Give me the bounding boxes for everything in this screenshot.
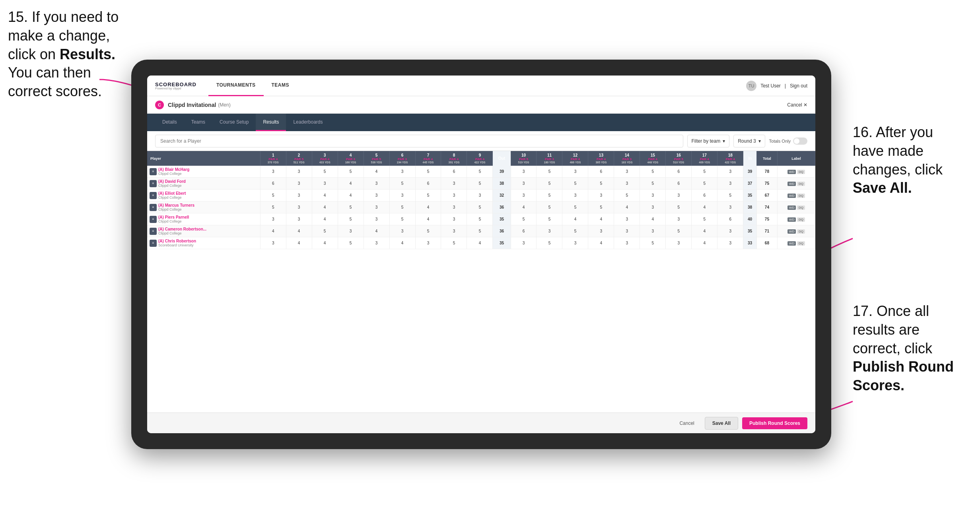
score-hole-13[interactable]: 4 (588, 213, 614, 225)
score-hole-17[interactable]: 4 (692, 202, 718, 213)
score-hole-6[interactable]: 3 (389, 225, 415, 237)
score-hole-15[interactable]: 5 (640, 237, 666, 249)
score-hole-16[interactable]: 6 (666, 166, 692, 178)
score-hole-4[interactable]: 4 (338, 190, 364, 202)
score-hole-15[interactable]: 3 (640, 190, 666, 202)
score-hole-16[interactable]: 3 (666, 190, 692, 202)
score-hole-7[interactable]: 4 (415, 202, 441, 213)
score-hole-3[interactable]: 4 (312, 237, 338, 249)
dq-label[interactable]: DQ (797, 205, 805, 210)
score-hole-15[interactable]: 3 (640, 202, 666, 213)
score-hole-1[interactable]: 5 (260, 190, 286, 202)
score-hole-18[interactable]: 3 (718, 237, 743, 249)
score-hole-2[interactable]: 3 (286, 190, 312, 202)
score-hole-4[interactable]: 5 (338, 202, 364, 213)
score-hole-4[interactable]: 5 (338, 237, 364, 249)
score-hole-10[interactable]: 3 (511, 166, 537, 178)
score-hole-11[interactable]: 5 (537, 237, 562, 249)
score-hole-16[interactable]: 3 (666, 213, 692, 225)
dq-label[interactable]: DQ (797, 241, 805, 246)
score-hole-3[interactable]: 5 (312, 225, 338, 237)
score-hole-1[interactable]: 4 (260, 225, 286, 237)
score-hole-13[interactable]: 5 (588, 202, 614, 213)
score-hole-12[interactable]: 4 (562, 213, 588, 225)
score-hole-8[interactable]: 3 (441, 202, 467, 213)
cancel-button[interactable]: Cancel (673, 417, 700, 429)
score-hole-10[interactable]: 6 (511, 225, 537, 237)
score-hole-14[interactable]: 3 (614, 213, 640, 225)
score-hole-6[interactable]: 5 (389, 178, 415, 190)
score-hole-4[interactable]: 5 (338, 166, 364, 178)
score-hole-11[interactable]: 5 (537, 213, 562, 225)
score-hole-17[interactable]: 6 (692, 190, 718, 202)
score-hole-11[interactable]: 5 (537, 202, 562, 213)
score-hole-5[interactable]: 4 (364, 166, 389, 178)
score-hole-10[interactable]: 3 (511, 178, 537, 190)
score-hole-6[interactable]: 5 (389, 202, 415, 213)
score-hole-5[interactable]: 3 (364, 237, 389, 249)
dq-label[interactable]: DQ (797, 170, 805, 174)
score-hole-4[interactable]: 3 (338, 225, 364, 237)
wd-label[interactable]: WD (788, 182, 796, 186)
score-hole-12[interactable]: 5 (562, 178, 588, 190)
wd-label[interactable]: WD (788, 205, 796, 210)
publish-button[interactable]: Publish Round Scores (742, 417, 807, 429)
score-hole-12[interactable]: 3 (562, 190, 588, 202)
wd-label[interactable]: WD (788, 229, 796, 234)
score-hole-8[interactable]: 3 (441, 213, 467, 225)
score-hole-9[interactable]: 5 (467, 202, 493, 213)
dq-label[interactable]: DQ (797, 229, 805, 234)
score-hole-1[interactable]: 6 (260, 178, 286, 190)
score-hole-18[interactable]: 6 (718, 213, 743, 225)
score-hole-15[interactable]: 5 (640, 166, 666, 178)
search-input[interactable] (155, 135, 683, 147)
sort-handle[interactable]: ≡ (150, 216, 157, 223)
score-hole-7[interactable]: 5 (415, 166, 441, 178)
score-hole-13[interactable]: 5 (588, 178, 614, 190)
score-hole-4[interactable]: 5 (338, 213, 364, 225)
score-hole-3[interactable]: 4 (312, 190, 338, 202)
score-hole-9[interactable]: 5 (467, 166, 493, 178)
score-hole-1[interactable]: 3 (260, 213, 286, 225)
score-hole-11[interactable]: 5 (537, 190, 562, 202)
sort-handle[interactable]: ≡ (150, 228, 157, 235)
score-hole-1[interactable]: 5 (260, 202, 286, 213)
score-hole-4[interactable]: 4 (338, 178, 364, 190)
score-hole-12[interactable]: 3 (562, 166, 588, 178)
score-hole-18[interactable]: 5 (718, 190, 743, 202)
score-hole-5[interactable]: 3 (364, 202, 389, 213)
score-hole-9[interactable]: 3 (467, 190, 493, 202)
score-hole-8[interactable]: 3 (441, 178, 467, 190)
score-hole-13[interactable]: 4 (588, 237, 614, 249)
score-hole-12[interactable]: 5 (562, 225, 588, 237)
score-hole-1[interactable]: 3 (260, 166, 286, 178)
score-hole-12[interactable]: 3 (562, 237, 588, 249)
score-hole-15[interactable]: 4 (640, 213, 666, 225)
dq-label[interactable]: DQ (797, 217, 805, 222)
score-hole-16[interactable]: 5 (666, 225, 692, 237)
score-hole-16[interactable]: 6 (666, 178, 692, 190)
score-hole-14[interactable]: 3 (614, 178, 640, 190)
score-hole-2[interactable]: 3 (286, 166, 312, 178)
score-hole-18[interactable]: 3 (718, 178, 743, 190)
sign-out-link[interactable]: Sign out (790, 83, 807, 89)
totals-only-toggle[interactable] (793, 138, 807, 145)
score-hole-7[interactable]: 5 (415, 190, 441, 202)
score-hole-2[interactable]: 3 (286, 202, 312, 213)
score-hole-7[interactable]: 4 (415, 213, 441, 225)
wd-label[interactable]: WD (788, 217, 796, 222)
wd-label[interactable]: WD (788, 194, 796, 198)
score-hole-13[interactable]: 3 (588, 190, 614, 202)
score-hole-5[interactable]: 3 (364, 213, 389, 225)
score-hole-6[interactable]: 3 (389, 190, 415, 202)
tab-leaderboards[interactable]: Leaderboards (286, 114, 330, 131)
tab-results[interactable]: Results (256, 114, 286, 131)
score-hole-12[interactable]: 5 (562, 202, 588, 213)
score-hole-17[interactable]: 5 (692, 178, 718, 190)
score-hole-2[interactable]: 4 (286, 225, 312, 237)
score-hole-7[interactable]: 5 (415, 225, 441, 237)
score-hole-16[interactable]: 3 (666, 237, 692, 249)
nav-tournaments[interactable]: TOURNAMENTS (208, 76, 264, 96)
score-hole-15[interactable]: 3 (640, 225, 666, 237)
score-hole-14[interactable]: 5 (614, 190, 640, 202)
